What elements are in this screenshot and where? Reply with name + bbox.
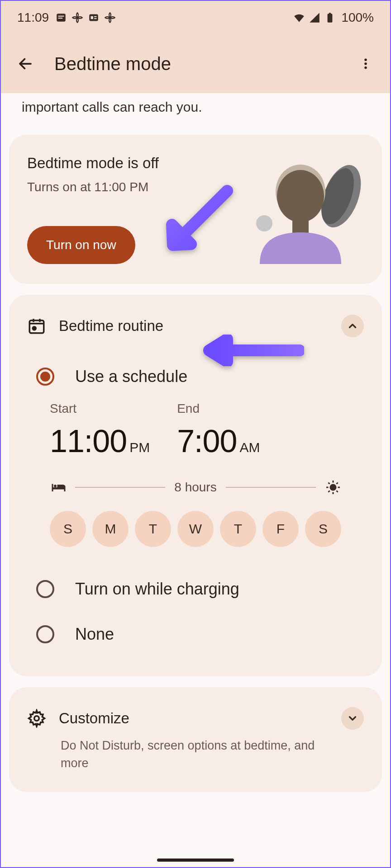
customize-subtitle: Do Not Disturb, screen options at bedtim… xyxy=(27,737,364,772)
status-notif-icons xyxy=(55,12,116,24)
battery-icon xyxy=(324,12,336,24)
day-chip-sun[interactable]: S xyxy=(50,511,86,547)
svg-rect-18 xyxy=(29,321,44,333)
content-area: important calls can reach you. Bedtime m… xyxy=(1,93,390,821)
message-icon xyxy=(55,12,67,24)
expand-button[interactable] xyxy=(341,707,364,730)
radio-charging[interactable]: Turn on while charging xyxy=(27,572,364,606)
radio-icon xyxy=(36,625,54,643)
svg-rect-7 xyxy=(328,14,333,23)
start-label: Start xyxy=(50,401,150,416)
svg-rect-8 xyxy=(329,13,331,14)
battery-percent: 100% xyxy=(341,10,374,25)
app-bar: Bedtime mode xyxy=(1,34,390,93)
start-time-col: Start 11:00PM xyxy=(50,401,150,459)
days-row: S M T W T F S xyxy=(50,511,341,547)
svg-point-21 xyxy=(330,485,336,490)
radio-label-charging: Turn on while charging xyxy=(75,580,239,599)
radio-icon xyxy=(36,580,54,598)
pinwheel-icon xyxy=(104,12,116,24)
svg-rect-2 xyxy=(58,18,63,19)
signal-icon xyxy=(309,12,320,24)
radio-none[interactable]: None xyxy=(27,618,364,651)
radio-icon xyxy=(36,368,54,386)
day-chip-thu[interactable]: T xyxy=(220,511,256,547)
pinwheel-icon xyxy=(72,12,83,24)
sun-icon xyxy=(325,479,341,495)
day-chip-wed[interactable]: W xyxy=(177,511,214,547)
radio-label-none: None xyxy=(75,625,114,644)
end-time-col: End 7:00AM xyxy=(177,401,260,459)
collapse-button[interactable] xyxy=(341,315,364,337)
bed-icon xyxy=(50,479,66,495)
svg-rect-5 xyxy=(94,16,96,17)
end-label: End xyxy=(177,401,260,416)
day-chip-tue[interactable]: T xyxy=(135,511,171,547)
start-ampm: PM xyxy=(129,440,150,455)
day-chip-fri[interactable]: F xyxy=(262,511,299,547)
day-chip-mon[interactable]: M xyxy=(92,511,129,547)
radio-use-schedule[interactable]: Use a schedule xyxy=(27,360,364,393)
end-ampm: AM xyxy=(239,440,260,455)
day-chip-sat[interactable]: S xyxy=(305,511,341,547)
bedtime-routine-card: Bedtime routine Use a schedule Start 11:… xyxy=(9,295,382,676)
customize-title: Customize xyxy=(59,710,329,727)
status-bar-right: 100% xyxy=(293,10,374,25)
sleep-illustration xyxy=(251,165,364,264)
schedule-block: Start 11:00PM End 7:00AM 8 hours xyxy=(27,401,364,561)
start-time-value[interactable]: 11:00 xyxy=(50,423,127,459)
customize-card[interactable]: Customize Do Not Disturb, screen options… xyxy=(9,687,382,792)
customize-header: Customize xyxy=(27,707,364,730)
back-button[interactable] xyxy=(14,53,36,75)
divider xyxy=(226,487,316,488)
duration-row: 8 hours xyxy=(50,479,341,495)
svg-point-19 xyxy=(33,327,36,330)
svg-rect-3 xyxy=(89,14,98,21)
end-time-value[interactable]: 7:00 xyxy=(177,423,237,459)
svg-point-11 xyxy=(364,66,367,69)
svg-point-9 xyxy=(364,59,367,61)
gear-icon xyxy=(27,709,46,728)
news-icon xyxy=(88,12,100,24)
description-text: important calls can reach you. xyxy=(9,93,382,135)
svg-point-17 xyxy=(256,215,272,231)
turn-on-now-button[interactable]: Turn on now xyxy=(27,226,135,264)
svg-point-22 xyxy=(34,716,39,721)
nav-indicator[interactable] xyxy=(157,859,234,862)
routine-header[interactable]: Bedtime routine xyxy=(27,315,364,337)
svg-rect-6 xyxy=(94,18,96,19)
svg-point-10 xyxy=(364,62,367,65)
wifi-icon xyxy=(293,12,305,24)
svg-rect-1 xyxy=(58,16,64,17)
bedtime-status-card: Bedtime mode is off Turns on at 11:00 PM… xyxy=(9,135,382,284)
radio-label-schedule: Use a schedule xyxy=(75,367,187,386)
svg-point-20 xyxy=(54,485,57,487)
status-time: 11:09 xyxy=(17,10,49,25)
divider xyxy=(75,487,165,488)
status-bar: 11:09 100% xyxy=(1,1,390,34)
calendar-icon xyxy=(27,316,46,335)
overflow-menu-button[interactable] xyxy=(355,53,377,75)
page-title: Bedtime mode xyxy=(54,54,337,74)
duration-text: 8 hours xyxy=(174,480,216,495)
svg-rect-4 xyxy=(91,16,93,19)
routine-title: Bedtime routine xyxy=(59,317,329,335)
status-bar-left: 11:09 xyxy=(17,10,116,25)
